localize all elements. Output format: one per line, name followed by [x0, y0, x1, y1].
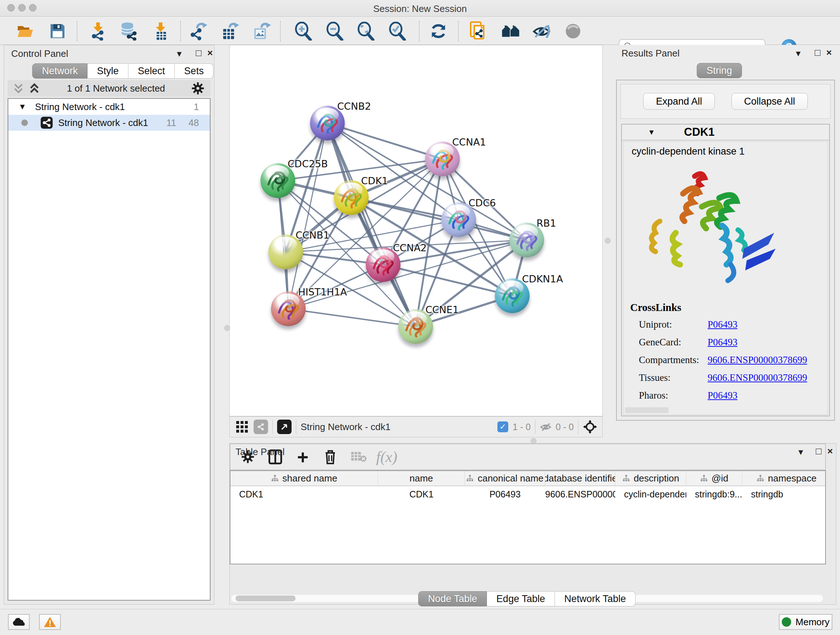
expand-all-icon[interactable] — [28, 83, 41, 94]
column-header-label: canonical name — [477, 473, 543, 484]
warnings-button[interactable] — [39, 614, 61, 630]
memory-button[interactable]: Memory — [779, 614, 832, 630]
column-header-label: database identifier — [545, 473, 615, 484]
column-header-description[interactable]: description — [615, 471, 686, 486]
table-cell[interactable]: cyclin-dependent ... — [615, 489, 686, 500]
collection-count: 1 — [194, 101, 199, 112]
import-table-from-file-button[interactable] — [151, 22, 170, 41]
collapse-all-button[interactable]: Collapse All — [731, 93, 808, 110]
collapse-all-icon[interactable] — [13, 83, 25, 94]
network-row[interactable]: String Network - cdk1 11 48 — [8, 115, 210, 131]
tab-style[interactable]: Style — [88, 63, 128, 79]
network-tree: ▼ String Network - cdk1 1 String Network… — [8, 98, 210, 600]
table-row[interactable]: CDK1CDK1P064939606.ENSP00000378699cyclin… — [231, 486, 825, 502]
column-type-icon — [466, 475, 474, 482]
control-panel-float-button[interactable]: ▾ — [177, 48, 182, 59]
pan-crosshair-icon[interactable] — [583, 420, 597, 434]
grid-view-icon[interactable] — [235, 420, 248, 433]
network-canvas[interactable]: CCNB2CCNA1CDC25BCDK1CDC6RB1CCNB1CCNA2CDK… — [229, 45, 603, 416]
zoom-fit-button[interactable] — [356, 22, 375, 41]
column-header-namespace[interactable]: namespace — [742, 471, 826, 486]
node-gloss-highlight — [316, 108, 338, 122]
crosslink-value-link[interactable]: P06493 — [707, 337, 737, 348]
zoom-selected-button[interactable] — [388, 22, 407, 41]
zoom-out-button[interactable] — [325, 22, 344, 41]
table-cell[interactable]: CDK1 — [378, 489, 465, 500]
table-cell[interactable]: P06493 — [465, 489, 545, 500]
results-panel-float-button[interactable]: ▾ — [796, 48, 801, 59]
column-header-label: shared name — [283, 473, 338, 484]
show-all-button[interactable] — [564, 22, 583, 41]
tab-sets[interactable]: Sets — [175, 63, 213, 79]
function-builder-button-disabled: f(x) — [376, 447, 398, 467]
collection-expand-arrow-icon[interactable]: ▼ — [19, 102, 27, 111]
tab-node-table[interactable]: Node Table — [418, 591, 487, 606]
save-session-button[interactable] — [48, 22, 67, 41]
node-gloss-highlight — [274, 237, 297, 251]
hide-selected-button[interactable] — [532, 22, 551, 41]
column-header-name[interactable]: name — [378, 471, 465, 486]
column-header-database-identifier[interactable]: database identifier — [545, 471, 615, 486]
tab-select[interactable]: Select — [128, 63, 175, 79]
tab-edge-table[interactable]: Edge Table — [487, 591, 555, 606]
node-label-cdc25b: CDC25B — [287, 158, 328, 169]
import-network-from-database-button[interactable] — [119, 22, 138, 41]
network-collection-row[interactable]: ▼ String Network - cdk1 1 — [8, 99, 210, 115]
delete-column-button[interactable] — [319, 447, 341, 467]
node-label-ccnb1: CCNB1 — [295, 230, 330, 241]
control-panel-close-button[interactable]: × — [207, 48, 213, 59]
table-cell[interactable]: stringdb — [742, 489, 826, 500]
protein-section-header[interactable]: ▼ CDK1 — [622, 125, 829, 141]
gear-icon[interactable] — [191, 81, 205, 95]
column-header-canonical-name[interactable]: canonical name — [465, 471, 545, 486]
node-table: shared namenamecanonical namedatabase id… — [230, 470, 826, 564]
birds-eye-view-toggle[interactable] — [277, 420, 292, 434]
column-header-label: @id — [712, 473, 729, 484]
table-cell[interactable]: CDK1 — [231, 489, 378, 500]
tab-network[interactable]: Network — [32, 63, 88, 79]
crosslink-value-link[interactable]: 9606.ENSP00000378699 — [707, 355, 807, 366]
node-label-ccnb2: CCNB2 — [337, 101, 371, 112]
crosslink-value-link[interactable]: P06493 — [707, 319, 737, 330]
add-column-button[interactable]: + — [292, 447, 314, 467]
column-header--id[interactable]: @id — [686, 471, 742, 486]
footer-separator — [272, 420, 273, 434]
export-network-button[interactable] — [190, 22, 209, 41]
import-network-from-file-button[interactable] — [88, 22, 107, 41]
results-panel-maximize-button[interactable]: □ — [815, 47, 821, 58]
results-panel-close-button[interactable]: × — [826, 47, 832, 58]
export-image-icon — [252, 22, 271, 41]
cloud-status-button[interactable] — [8, 614, 30, 630]
selected-checkbox-icon[interactable]: ✓ — [497, 421, 508, 432]
table-cell[interactable]: 9606.ENSP00000378699 — [545, 489, 615, 500]
crosslink-value-link[interactable]: 9606.ENSP00000378699 — [707, 372, 807, 383]
left-splitter-handle[interactable] — [224, 325, 230, 331]
table-cell[interactable]: stringdb:9... — [686, 489, 742, 500]
crosslink-row: Uniprot:P06493 — [639, 319, 820, 330]
expand-all-button[interactable]: Expand All — [643, 93, 715, 110]
open-session-button[interactable] — [16, 22, 35, 41]
protein-description: cyclin-dependent kinase 1 — [632, 146, 745, 157]
column-header-shared-name[interactable]: shared name — [231, 471, 378, 486]
apply-layout-button[interactable] — [429, 22, 448, 41]
column-type-icon — [271, 475, 279, 482]
section-collapse-arrow-icon[interactable]: ▼ — [648, 128, 655, 136]
crosslink-value-link[interactable]: P06493 — [707, 390, 737, 401]
tab-network-table[interactable]: Network Table — [555, 591, 636, 606]
network-view-share-icon[interactable] — [254, 420, 268, 434]
zoom-in-button[interactable] — [294, 22, 313, 41]
control-panel-maximize-button[interactable]: □ — [196, 48, 202, 59]
table-panel-close-button[interactable]: × — [827, 446, 833, 457]
right-splitter-handle[interactable] — [605, 238, 611, 244]
export-table-button[interactable] — [221, 22, 240, 41]
export-image-button[interactable] — [252, 22, 271, 41]
clone-network-button[interactable] — [469, 22, 488, 41]
table-panel-maximize-button[interactable]: □ — [816, 446, 821, 457]
table-panel-float-button[interactable]: ▾ — [798, 447, 803, 458]
first-neighbors-button[interactable] — [501, 22, 520, 41]
tab-string[interactable]: String — [697, 63, 742, 78]
network-list-toolbar: 1 of 1 Network selected — [8, 80, 210, 97]
crosslink-row: GeneCard:P06493 — [639, 337, 820, 348]
window-title: Session: New Session — [0, 3, 840, 14]
node-label-ccna2: CCNA2 — [393, 242, 427, 253]
